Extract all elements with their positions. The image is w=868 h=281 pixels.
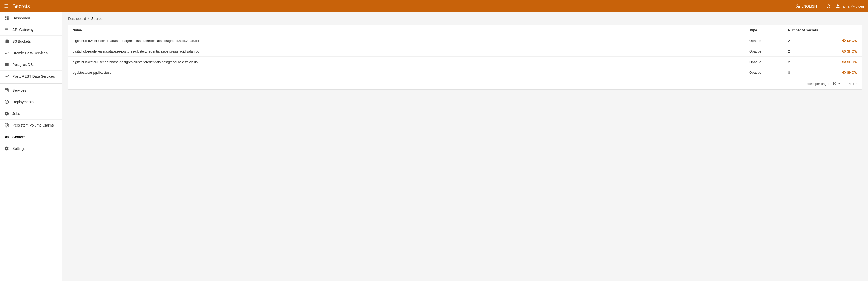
sidebar-item-postgres-dbs[interactable]: Postgres DBs bbox=[0, 59, 62, 71]
rows-select-chevron bbox=[837, 82, 841, 85]
show-button[interactable]: SHOW bbox=[842, 49, 858, 53]
breadcrumb-separator: / bbox=[88, 17, 89, 21]
sidebar-item-deployments[interactable]: Deployments bbox=[0, 96, 62, 108]
show-button[interactable]: SHOW bbox=[842, 71, 858, 75]
api-icon bbox=[4, 27, 9, 32]
eye-icon bbox=[842, 60, 846, 64]
cell-actions: SHOW bbox=[831, 35, 862, 46]
rows-per-page-value: 10 bbox=[832, 82, 836, 85]
deployments-icon bbox=[4, 100, 9, 105]
dashboard-icon bbox=[4, 16, 9, 21]
user-email: raman@fbk.eu bbox=[842, 4, 864, 8]
sidebar: Dashboard API Gateways S3 Buckets Dremio… bbox=[0, 12, 62, 281]
show-label: SHOW bbox=[847, 50, 858, 53]
sidebar-item-label: API Gateways bbox=[12, 28, 35, 32]
sidebar-item-label: Jobs bbox=[12, 112, 20, 116]
sidebar-item-label: Persistent Volume Claims bbox=[12, 123, 54, 127]
topbar-right: ENGLISH raman@fbk.eu bbox=[796, 4, 864, 9]
cell-type: Opaque bbox=[745, 67, 784, 78]
cell-type: Opaque bbox=[745, 35, 784, 46]
topbar-left: ☰ Secrets bbox=[4, 3, 30, 9]
sidebar-item-dashboard[interactable]: Dashboard bbox=[0, 12, 62, 24]
pagination-range: 1-4 of 4 bbox=[846, 82, 858, 86]
sidebar-item-label: Dremio Data Services bbox=[12, 51, 48, 55]
topbar-title: Secrets bbox=[12, 3, 30, 9]
sidebar-item-services[interactable]: Services bbox=[0, 85, 62, 96]
menu-icon[interactable]: ☰ bbox=[4, 3, 8, 9]
cell-name: digitalhub-reader-user.database-postgres… bbox=[68, 46, 745, 57]
layout: Dashboard API Gateways S3 Buckets Dremio… bbox=[0, 12, 868, 281]
actions-cell: SHOW bbox=[835, 38, 858, 43]
jobs-icon bbox=[4, 111, 9, 116]
table-row: digitalhub-writer-user.database-postgres… bbox=[68, 57, 862, 67]
cell-type: Opaque bbox=[745, 57, 784, 67]
svg-point-0 bbox=[5, 123, 9, 127]
cell-num-secrets: 8 bbox=[784, 67, 831, 78]
translate-icon bbox=[796, 4, 800, 8]
eye-icon bbox=[842, 71, 846, 75]
table-header-row: Name Type Number of Secrets bbox=[68, 25, 862, 35]
cell-actions: SHOW bbox=[831, 46, 862, 57]
rows-per-page: Rows per page: 10 bbox=[806, 81, 842, 86]
show-label: SHOW bbox=[847, 60, 858, 64]
user-menu[interactable]: raman@fbk.eu bbox=[835, 4, 864, 9]
cell-actions: SHOW bbox=[831, 57, 862, 67]
chevron-down-icon bbox=[818, 4, 822, 8]
postgrest-icon bbox=[4, 74, 9, 79]
sidebar-item-api-gateways[interactable]: API Gateways bbox=[0, 24, 62, 36]
cell-name: digitalhub-owner-user.database-postgres-… bbox=[68, 35, 745, 46]
cell-actions: SHOW bbox=[831, 67, 862, 78]
secrets-table-container: Name Type Number of Secrets digitalhub-o… bbox=[68, 25, 862, 89]
col-num-secrets: Number of Secrets bbox=[784, 25, 831, 35]
language-label: ENGLISH bbox=[801, 4, 817, 8]
sidebar-item-s3-buckets[interactable]: S3 Buckets bbox=[0, 36, 62, 47]
sidebar-item-secrets[interactable]: Secrets bbox=[0, 131, 62, 143]
cell-name: digitalhub-writer-user.database-postgres… bbox=[68, 57, 745, 67]
dremio-icon bbox=[4, 51, 9, 56]
sidebar-divider bbox=[0, 83, 62, 84]
sidebar-item-pvc[interactable]: Persistent Volume Claims bbox=[0, 119, 62, 131]
refresh-icon[interactable] bbox=[826, 4, 831, 9]
cell-name: pgdbtestuser-pgdbtestuser bbox=[68, 67, 745, 78]
account-icon bbox=[835, 4, 840, 9]
show-button[interactable]: SHOW bbox=[842, 60, 858, 64]
pagination: Rows per page: 10 1-4 of 4 bbox=[68, 78, 862, 89]
sidebar-item-postgrest[interactable]: PostgREST Data Services bbox=[0, 71, 62, 82]
sidebar-item-label: PostgREST Data Services bbox=[12, 74, 55, 78]
col-actions bbox=[831, 25, 862, 35]
actions-cell: SHOW bbox=[835, 49, 858, 53]
cell-num-secrets: 2 bbox=[784, 46, 831, 57]
eye-icon bbox=[842, 38, 846, 43]
sidebar-item-label: Dashboard bbox=[12, 16, 30, 20]
show-label: SHOW bbox=[847, 71, 858, 75]
cell-type: Opaque bbox=[745, 46, 784, 57]
sidebar-item-label: Postgres DBs bbox=[12, 63, 35, 67]
breadcrumb-current: Secrets bbox=[91, 17, 103, 21]
sidebar-item-settings[interactable]: Settings bbox=[0, 143, 62, 154]
show-label: SHOW bbox=[847, 39, 858, 43]
breadcrumb: Dashboard / Secrets bbox=[68, 17, 862, 21]
services-icon bbox=[4, 88, 9, 93]
table-row: digitalhub-owner-user.database-postgres-… bbox=[68, 35, 862, 46]
sidebar-item-label: Secrets bbox=[12, 135, 26, 139]
sidebar-item-label: Services bbox=[12, 88, 26, 92]
sidebar-item-dremio[interactable]: Dremio Data Services bbox=[0, 47, 62, 59]
table-row: pgdbtestuser-pgdbtestuserOpaque8SHOW bbox=[68, 67, 862, 78]
sidebar-item-jobs[interactable]: Jobs bbox=[0, 108, 62, 119]
actions-cell: SHOW bbox=[835, 60, 858, 64]
sidebar-item-label: S3 Buckets bbox=[12, 39, 31, 44]
pvc-icon bbox=[4, 123, 9, 128]
cell-num-secrets: 2 bbox=[784, 35, 831, 46]
col-name: Name bbox=[68, 25, 745, 35]
settings-icon bbox=[4, 146, 9, 151]
show-button[interactable]: SHOW bbox=[842, 38, 858, 43]
breadcrumb-parent[interactable]: Dashboard bbox=[68, 17, 86, 21]
actions-cell: SHOW bbox=[835, 71, 858, 75]
secrets-table: Name Type Number of Secrets digitalhub-o… bbox=[68, 25, 862, 78]
rows-per-page-label: Rows per page: bbox=[806, 82, 829, 86]
secrets-icon bbox=[4, 134, 9, 139]
sidebar-item-label: Deployments bbox=[12, 100, 34, 104]
rows-per-page-select[interactable]: 10 bbox=[831, 81, 842, 86]
svg-point-1 bbox=[6, 124, 8, 126]
language-selector[interactable]: ENGLISH bbox=[796, 4, 822, 8]
